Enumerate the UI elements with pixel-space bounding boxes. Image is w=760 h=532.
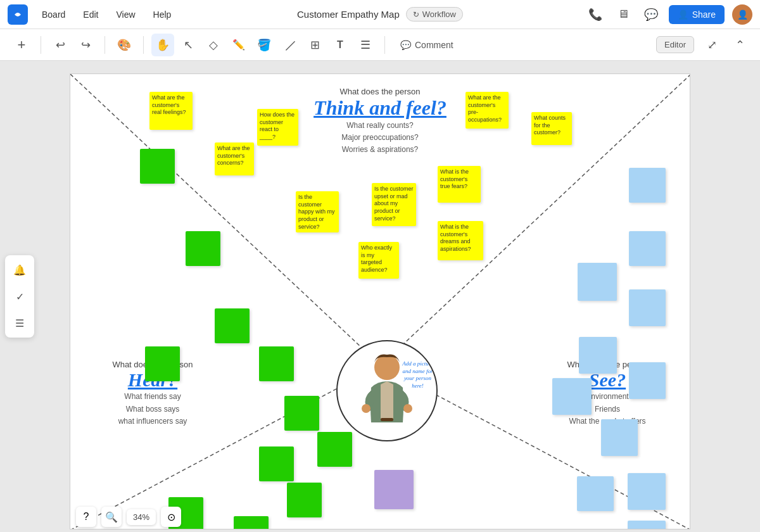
sticky-green-11[interactable]	[287, 483, 322, 517]
hear-body: What friends sayWhat boss sayswhat influ…	[89, 391, 216, 428]
chat-icon[interactable]: 💬	[641, 4, 661, 25]
text-tool[interactable]: T	[329, 34, 352, 56]
separator-2	[104, 36, 105, 54]
sticky-yellow-8[interactable]: Is the customer upset or mad about my pr…	[372, 183, 416, 226]
menu-right: 📞 🖥 💬 👤 Share 👤	[585, 4, 752, 25]
pen-tool[interactable]: ✏️	[227, 34, 250, 56]
sticky-yellow-5[interactable]: What counts for the customer?	[531, 112, 572, 145]
phone-icon[interactable]: 📞	[585, 4, 605, 25]
notification-icon[interactable]: 🔔	[10, 260, 29, 279]
sticky-yellow-3[interactable]: What are the customer's concerns?	[215, 142, 254, 175]
think-feel-top: What does the person	[298, 87, 462, 96]
svg-point-5	[374, 355, 400, 380]
sticky-blue-8[interactable]	[601, 419, 638, 456]
sticky-blue-3[interactable]	[578, 263, 617, 301]
sticky-yellow-2[interactable]: How does the customer react to ____?	[257, 109, 298, 146]
sticky-green-2[interactable]	[186, 231, 220, 266]
crop-tool[interactable]: ⊞	[303, 34, 326, 56]
comment-button[interactable]: 💬 Comment	[393, 36, 461, 54]
sticky-green-10[interactable]	[234, 516, 269, 529]
sticky-blue-10[interactable]	[577, 476, 614, 511]
format-paint-button[interactable]: 🎨	[113, 34, 136, 56]
menu-view[interactable]: View	[112, 7, 139, 22]
share-label: Share	[692, 10, 716, 20]
sticky-green-1[interactable]	[140, 149, 175, 184]
monitor-icon[interactable]: 🖥	[613, 4, 633, 25]
check-icon[interactable]: ✓	[10, 287, 29, 306]
eraser-tool[interactable]: ◇	[202, 34, 225, 56]
share-button[interactable]: 👤 Share	[669, 5, 725, 24]
board[interactable]: What does the person Think and feel? Wha…	[70, 73, 690, 529]
menu-help[interactable]: Help	[149, 7, 175, 22]
separator-3	[143, 36, 144, 54]
zoom-level: 34%	[127, 509, 156, 525]
sticky-green-6[interactable]	[284, 396, 319, 431]
sticky-green-3[interactable]	[215, 308, 250, 343]
think-feel-section: What does the person Think and feel? Wha…	[298, 87, 462, 156]
menu-edit[interactable]: Edit	[79, 7, 102, 22]
center-label: Add a pictureand name foryour personhere…	[400, 360, 435, 390]
sticky-yellow-7[interactable]: Is the customer happy with my product or…	[296, 191, 339, 232]
separator-4	[384, 36, 385, 54]
list-icon[interactable]: ☰	[10, 314, 29, 332]
sticky-yellow-1[interactable]: What are the customer's real feelings?	[149, 92, 193, 130]
sticky-yellow-10[interactable]: Who exactly is my targeted audience?	[358, 242, 399, 279]
side-panel: 🔔 ✓ ☰	[5, 255, 34, 338]
document-title: Customer Empathy Map ↻ Workflow	[297, 7, 463, 22]
sticky-yellow-4[interactable]: What are the customer's pre-occupations?	[466, 92, 509, 129]
sticky-blue-6[interactable]	[629, 362, 666, 399]
sticky-blue-11[interactable]	[628, 521, 666, 529]
think-feel-cursive: Think and feel?	[298, 96, 462, 120]
bottom-bar: ? 🔍 34% ⊙	[76, 507, 181, 527]
svg-rect-8	[381, 418, 393, 421]
editor-button[interactable]: Editor	[656, 36, 694, 53]
menu-items: Board Edit View Help	[38, 7, 175, 22]
fill-tool[interactable]: 🪣	[253, 34, 276, 56]
table-tool[interactable]: ☰	[354, 34, 377, 56]
add-button[interactable]: +	[10, 34, 33, 56]
undo-button[interactable]: ↩	[49, 34, 72, 56]
title-text: Customer Empathy Map	[297, 9, 400, 20]
help-button[interactable]: ?	[76, 507, 96, 527]
line-tool[interactable]: —	[274, 28, 306, 61]
separator-1	[41, 36, 41, 54]
svg-point-7	[403, 404, 412, 413]
workflow-badge[interactable]: ↻ Workflow	[406, 7, 463, 22]
sticky-green-7[interactable]	[317, 432, 352, 467]
select-tool[interactable]: ↖	[177, 34, 200, 56]
sticky-blue-9[interactable]	[628, 473, 666, 510]
app-logo[interactable]	[8, 4, 28, 25]
zoom-in-button[interactable]: 🔍	[101, 507, 122, 527]
sticky-green-5[interactable]	[259, 346, 294, 381]
sticky-blue-1[interactable]	[629, 168, 666, 203]
sticky-yellow-9[interactable]: What is the customer's dreams and aspira…	[438, 221, 483, 260]
hand-tool[interactable]: ✋	[151, 34, 174, 56]
person-circle[interactable]: Add a pictureand name foryour personhere…	[336, 340, 438, 441]
collapse-icon[interactable]: ⌃	[730, 35, 750, 55]
think-feel-body: What really counts?Major preoccupations?…	[298, 120, 462, 156]
menu-board[interactable]: Board	[38, 7, 69, 22]
sticky-blue-7[interactable]	[552, 378, 592, 415]
toolbar: + ↩ ↪ 🎨 ✋ ↖ ◇ ✏️ 🪣 — ⊞ T ☰ 💬 Comment Edi…	[0, 29, 760, 61]
sticky-green-4[interactable]	[145, 346, 180, 381]
svg-point-6	[362, 404, 370, 413]
sticky-purple-1[interactable]	[374, 470, 414, 509]
canvas-area[interactable]: 🔔 ✓ ☰ What does the person Think and fee…	[0, 61, 760, 532]
workflow-label: Workflow	[422, 10, 456, 19]
comment-label: Comment	[415, 40, 453, 50]
sticky-yellow-6[interactable]: What is the customer's true fears?	[438, 166, 481, 203]
sticky-green-8[interactable]	[259, 446, 294, 481]
user-avatar[interactable]: 👤	[732, 4, 752, 25]
sticky-blue-5[interactable]	[579, 337, 617, 374]
fit-button[interactable]: ⊙	[161, 507, 181, 527]
sticky-blue-4[interactable]	[629, 289, 666, 326]
menu-bar: Board Edit View Help Customer Empathy Ma…	[0, 0, 760, 29]
expand-icon[interactable]: ⤢	[702, 35, 722, 55]
redo-button[interactable]: ↪	[74, 34, 97, 56]
comment-icon: 💬	[400, 40, 411, 50]
sticky-blue-2[interactable]	[629, 231, 666, 266]
